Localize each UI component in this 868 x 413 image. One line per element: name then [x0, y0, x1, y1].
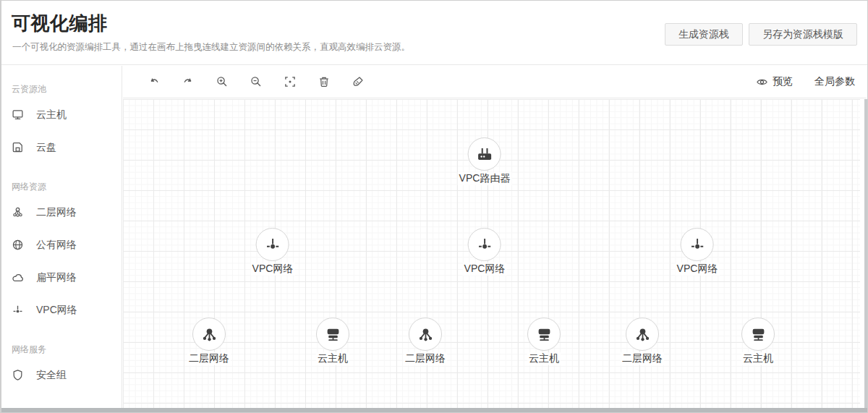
node-label: VPC网络	[463, 263, 507, 276]
zoom-out-icon	[250, 75, 263, 88]
sidebar-item-cloud-host[interactable]: 云主机	[1, 98, 122, 131]
preview-button[interactable]: 预览	[756, 75, 793, 88]
save-as-template-button[interactable]: 另存为资源栈模版	[749, 23, 857, 46]
node-label: 云主机	[316, 352, 349, 365]
visual-orchestration-page: 可视化编排 一个可视化的资源编排工具，通过在画布上拖曳连线建立资源间的依赖关系，…	[0, 0, 868, 413]
vpc-network-icon	[256, 228, 289, 261]
vpc-router-icon	[468, 137, 501, 171]
sidebar-item-label: 安全组	[36, 369, 67, 382]
node-label: VPC路由器	[458, 172, 512, 185]
redo-button[interactable]	[182, 75, 195, 88]
canvas-node-l2-network[interactable]: 二层网络	[621, 318, 664, 365]
undo-icon	[148, 75, 161, 88]
canvas-node-cloud-host[interactable]: 云主机	[527, 318, 561, 365]
sidebar-item-label: 扁平网络	[36, 271, 77, 284]
vpc-network-icon	[12, 304, 24, 316]
sidebar-item-label: 二层网络	[36, 206, 77, 219]
sidebar-item-label: 云主机	[36, 108, 67, 122]
node-label: 云主机	[527, 352, 561, 365]
clear-canvas-button[interactable]	[352, 75, 365, 88]
sidebar-item-vpc-network[interactable]: VPC网络	[1, 294, 122, 326]
node-label: 二层网络	[621, 352, 664, 365]
node-label: 云主机	[741, 352, 775, 365]
generate-stack-button[interactable]: 生成资源栈	[665, 23, 743, 46]
node-label: 二层网络	[404, 352, 447, 365]
fit-view-button[interactable]	[284, 75, 297, 88]
sidebar-item-label: 公有网络	[36, 239, 77, 252]
sidebar-item-public-network[interactable]: 公有网络	[1, 229, 122, 261]
public-network-icon	[12, 239, 24, 251]
canvas-node-vpc-network[interactable]: VPC网络	[463, 228, 507, 276]
vpc-network-icon	[468, 228, 501, 261]
vpc-network-icon	[681, 228, 714, 261]
sidebar-item-security-group[interactable]: 安全组	[1, 359, 122, 391]
canvas[interactable]: VPC路由器VPC网络VPC网络VPC网络二层网络云主机二层网络云主机二层网络云…	[123, 99, 860, 408]
canvas-node-cloud-host[interactable]: 云主机	[316, 318, 349, 365]
zoom-in-button[interactable]	[216, 75, 229, 88]
toolbar-right: 预览 全局参数	[756, 75, 867, 88]
global-params-button[interactable]: 全局参数	[814, 75, 855, 88]
zoom-out-button[interactable]	[250, 75, 263, 88]
node-label: VPC网络	[251, 263, 295, 276]
sidebar-item-l2-network[interactable]: 二层网络	[1, 196, 122, 229]
vertical-scrollbar[interactable]	[864, 99, 867, 408]
canvas-toolbar: 预览 全局参数	[123, 66, 867, 98]
page-title: 可视化编排	[12, 11, 108, 36]
l2-network-icon	[192, 318, 226, 351]
undo-button[interactable]	[148, 75, 161, 88]
cloud-host-icon	[316, 318, 349, 351]
sidebar-section-network-resource: 网络资源 二层网络 公有网络 扁平网络 VPC网络	[1, 174, 122, 326]
cloud-host-icon	[527, 318, 561, 351]
security-group-icon	[12, 369, 24, 381]
page-subtitle: 一个可视化的资源编排工具，通过在画布上拖曳连线建立资源间的依赖关系，直观高效编排…	[12, 41, 410, 54]
page-header: 可视化编排 一个可视化的资源编排工具，通过在画布上拖曳连线建立资源间的依赖关系，…	[1, 1, 867, 65]
delete-button[interactable]	[318, 75, 331, 88]
node-label: 二层网络	[187, 352, 231, 365]
preview-label: 预览	[773, 75, 793, 88]
sidebar-item-cloud-disk[interactable]: 云盘	[1, 131, 122, 163]
trash-icon	[318, 75, 331, 88]
sidebar-section-title: 网络服务	[1, 336, 122, 359]
zoom-in-icon	[216, 75, 229, 88]
canvas-node-vpc-network[interactable]: VPC网络	[676, 228, 720, 276]
sidebar-section-title: 网络资源	[1, 174, 122, 196]
flat-network-icon	[12, 271, 24, 284]
canvas-node-l2-network[interactable]: 二层网络	[187, 318, 231, 365]
l2-network-icon	[12, 206, 24, 218]
l2-network-icon	[626, 318, 659, 351]
sidebar-item-label: VPC网络	[36, 304, 77, 317]
canvas-node-vpc-router[interactable]: VPC路由器	[458, 137, 512, 185]
canvas-node-cloud-host[interactable]: 云主机	[741, 318, 775, 365]
cloud-disk-icon	[12, 141, 24, 153]
redo-icon	[182, 75, 195, 88]
sidebar-section-title: 云资源池	[1, 76, 122, 98]
sidebar-item-flat-network[interactable]: 扁平网络	[1, 261, 122, 294]
canvas-node-l2-network[interactable]: 二层网络	[404, 318, 447, 365]
canvas-node-vpc-network[interactable]: VPC网络	[251, 228, 295, 276]
l2-network-icon	[409, 318, 442, 351]
global-params-label: 全局参数	[814, 75, 855, 88]
resource-sidebar: 云资源池 云主机 云盘 网络资源 二层网络 公有网络 扁平网络	[1, 66, 122, 408]
sidebar-section-cloud-pool: 云资源池 云主机 云盘	[1, 76, 122, 163]
header-actions: 生成资源栈 另存为资源栈模版	[665, 23, 857, 46]
cloud-host-icon	[12, 108, 24, 121]
node-label: VPC网络	[676, 263, 720, 276]
fit-view-icon	[284, 75, 297, 88]
clear-icon	[352, 75, 365, 88]
cloud-host-icon	[741, 318, 775, 351]
horizontal-scrollbar[interactable]	[1, 408, 867, 412]
sidebar-section-network-service: 网络服务 安全组	[1, 336, 122, 391]
sidebar-item-label: 云盘	[36, 141, 56, 154]
eye-icon	[756, 76, 768, 88]
